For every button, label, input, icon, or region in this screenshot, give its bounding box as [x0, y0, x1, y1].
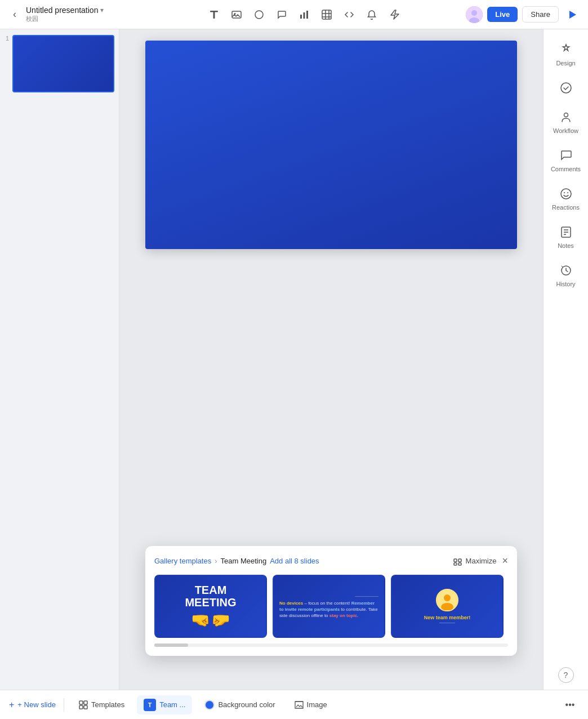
maximize-icon	[453, 557, 462, 566]
comments-icon	[558, 148, 574, 163]
slide-panel: 1	[0, 29, 119, 690]
topbar-right: Live Share	[466, 6, 581, 24]
member-subtitle: ————	[439, 620, 455, 624]
template-rules-text: No devices – focus on the content! Remem…	[279, 600, 378, 619]
subtitle: 校园	[26, 15, 104, 23]
gallery-templates-link[interactable]: Gallery templates	[154, 557, 211, 565]
svg-point-25	[564, 113, 568, 117]
main-area: 1 Gallery templates › Team Meeting Add a…	[0, 29, 588, 690]
image-icon	[231, 9, 242, 20]
svg-rect-36	[84, 705, 87, 709]
table-icon	[321, 9, 332, 20]
breadcrumb-current: Team Meeting	[221, 557, 267, 565]
templates-icon	[79, 700, 88, 709]
sidebar-item-check[interactable]	[546, 74, 586, 101]
scroll-indicator-thumb	[154, 643, 188, 647]
scroll-indicator-track	[154, 643, 508, 647]
template-card-team-meeting-main[interactable]: TeamMeeting 🤜🤛	[154, 575, 267, 638]
divider-1	[64, 698, 64, 712]
new-member-label: New team member!	[424, 615, 471, 620]
member-avatar-image	[437, 590, 457, 610]
lightning-tool-button[interactable]	[384, 5, 404, 25]
popup-header: Gallery templates › Team Meeting Add all…	[154, 555, 508, 567]
template-title-1: TeamMeeting	[185, 584, 236, 609]
slide-number: 1	[5, 35, 9, 42]
history-label: History	[556, 281, 575, 287]
popup-breadcrumb: Gallery templates › Team Meeting Add all…	[154, 557, 319, 565]
embed-tool-button[interactable]	[339, 5, 359, 25]
notes-icon	[558, 224, 574, 240]
add-all-slides-button[interactable]: Add all 8 slides	[270, 557, 319, 565]
svg-rect-19	[454, 563, 457, 565]
back-button[interactable]: ‹	[7, 7, 23, 23]
sidebar-item-workflow[interactable]: Workflow	[546, 104, 586, 140]
title-row: Untitled presentation ▾	[26, 6, 104, 15]
image-label: Image	[307, 700, 327, 709]
check-icon	[558, 80, 574, 96]
sidebar-item-design[interactable]: Design	[546, 36, 586, 72]
slide-content	[145, 41, 517, 249]
slide-panel-item: 1	[5, 35, 114, 92]
help-button[interactable]: ?	[558, 667, 574, 683]
sidebar-item-reactions[interactable]: Reactions	[546, 180, 586, 216]
title-caret[interactable]: ▾	[100, 6, 104, 14]
bottom-bar: + + New slide Templates T Team ... Backg…	[0, 690, 588, 719]
svg-rect-20	[458, 563, 461, 565]
design-label: Design	[556, 60, 575, 66]
live-button[interactable]: Live	[487, 7, 518, 22]
svg-rect-1	[213, 11, 215, 19]
more-icon: •••	[565, 700, 575, 710]
reactions-icon	[558, 186, 574, 202]
image-tool-button[interactable]	[226, 5, 247, 25]
template-card-rules-header: ——————	[279, 594, 378, 598]
design-icon	[558, 42, 574, 57]
chart-tool-button[interactable]	[294, 5, 314, 25]
comment-tool-button[interactable]	[271, 5, 292, 25]
more-options-button[interactable]: •••	[561, 696, 579, 714]
topbar: ‹ Untitled presentation ▾ 校园	[0, 0, 588, 29]
new-slide-label: + New slide	[17, 700, 56, 709]
workflow-icon	[558, 109, 574, 125]
maximize-button[interactable]: Maximize	[453, 557, 497, 566]
history-icon	[558, 263, 574, 278]
svg-rect-7	[306, 11, 308, 19]
table-tool-button[interactable]	[317, 5, 337, 25]
share-button[interactable]: Share	[522, 6, 559, 23]
maximize-label: Maximize	[466, 557, 497, 565]
svg-rect-17	[454, 559, 457, 562]
svg-point-24	[561, 83, 571, 93]
close-popup-button[interactable]: ×	[502, 555, 508, 567]
templates-button[interactable]: Templates	[72, 697, 131, 713]
templates-label: Templates	[91, 700, 124, 709]
new-slide-button[interactable]: + + New slide	[9, 696, 56, 713]
svg-marker-16	[569, 11, 576, 19]
text-tool-button[interactable]	[204, 5, 224, 25]
image-button[interactable]: Image	[288, 697, 334, 713]
bg-color-button[interactable]: Background color	[198, 696, 282, 713]
sidebar-item-notes[interactable]: Notes	[546, 219, 586, 255]
embed-icon	[344, 9, 355, 20]
sidebar-item-comments[interactable]: Comments	[546, 142, 586, 178]
avatar	[466, 6, 483, 23]
svg-point-28	[567, 192, 568, 193]
svg-rect-34	[84, 701, 87, 704]
svg-rect-5	[300, 15, 302, 19]
image-bottom-icon	[295, 700, 304, 709]
template-card-new-member[interactable]: New team member! ————	[391, 575, 504, 638]
lightning-icon	[389, 9, 400, 20]
comments-label: Comments	[551, 166, 581, 172]
member-avatar	[436, 589, 458, 611]
template-card-rules[interactable]: —————— No devices – focus on the content…	[273, 575, 385, 638]
play-icon	[567, 10, 577, 20]
topbar-tools	[148, 5, 460, 25]
sidebar-item-history[interactable]: History	[546, 257, 586, 293]
notification-bell-button[interactable]	[362, 5, 382, 25]
svg-point-27	[564, 192, 565, 193]
slide-thumbnail[interactable]	[12, 35, 114, 92]
team-theme-button[interactable]: T Team ...	[137, 695, 192, 714]
new-slide-plus-icon: +	[9, 700, 14, 710]
breadcrumb-separator: ›	[215, 557, 217, 565]
shape-tool-button[interactable]	[249, 5, 269, 25]
svg-rect-18	[458, 559, 461, 562]
play-button[interactable]	[563, 6, 581, 24]
